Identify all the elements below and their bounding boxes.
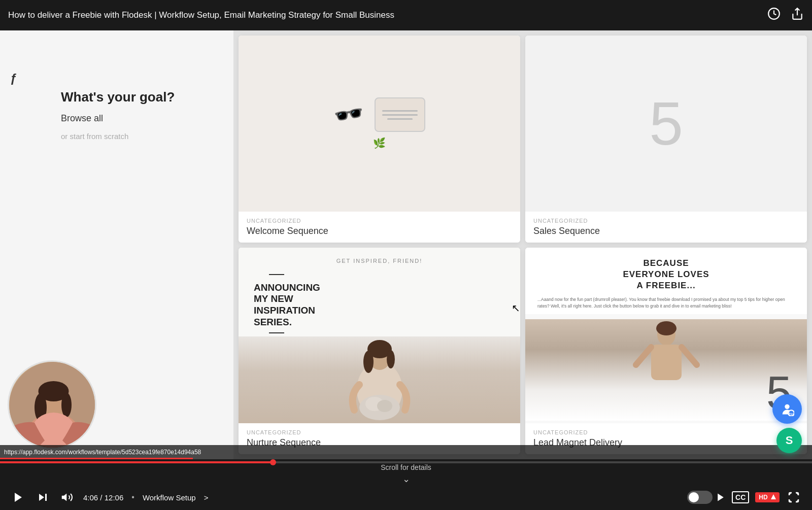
lead-bottom-image: 5 xyxy=(525,319,807,421)
play-icon-small xyxy=(716,492,726,502)
autoplay-toggle[interactable] xyxy=(687,491,726,504)
top-bar: How to deliver a Freebie with Flodesk | … xyxy=(0,0,812,30)
cc-button[interactable]: CC xyxy=(732,491,749,503)
dash-line-top xyxy=(269,274,284,275)
controls-bar: Scroll for details ⌄ 4:06 / 12:06 xyxy=(0,459,812,510)
svg-point-9 xyxy=(377,400,392,412)
settings-icon xyxy=(771,494,776,499)
card-sales-category: UNCATEGORIZED xyxy=(533,218,799,224)
card-lead-image: BECAUSE EVERYONE LOVES A FREEBIE... ...A… xyxy=(525,248,807,424)
presenter-avatar xyxy=(8,360,96,449)
svg-point-5 xyxy=(363,351,374,373)
start-scratch-text: or start from scratch xyxy=(61,132,218,141)
page-title: How to deliver a Freebie with Flodesk | … xyxy=(8,10,767,20)
svg-point-11 xyxy=(656,321,676,335)
card-welcome-name: Welcome Sequence xyxy=(247,226,512,236)
card-lead-magnet[interactable]: BECAUSE EVERYONE LOVES A FREEBIE... ...A… xyxy=(525,248,807,455)
svg-point-22 xyxy=(785,404,789,409)
because-headline: BECAUSE EVERYONE LOVES A FREEBIE... xyxy=(623,258,709,291)
card-sales-image: 5 xyxy=(525,36,807,212)
chevron-down-icon: ⌄ xyxy=(402,473,410,485)
play-button[interactable] xyxy=(10,489,26,505)
card-sales-footer: UNCATEGORIZED Sales Sequence xyxy=(525,212,807,243)
svg-marker-26 xyxy=(39,494,44,501)
cards-grid: 🕶️ 🌿 UNCATEGORIZED Welcome Sequence xyxy=(233,30,812,459)
floating-action-button[interactable]: tw xyxy=(772,394,802,424)
flodesk-logo-icon: ƒ xyxy=(10,71,17,85)
body-text: ...Aaand now for the fun part (drumroll … xyxy=(535,296,797,310)
svg-marker-25 xyxy=(15,493,22,502)
get-inspired-text: GET INSPIRED, FRIEND! xyxy=(336,258,423,264)
svg-marker-28 xyxy=(62,494,66,501)
card-nurture-sequence[interactable]: GET INSPIRED, FRIEND! ANNOUNCING MY NEW … xyxy=(239,248,520,455)
card-nurture-image: GET INSPIRED, FRIEND! ANNOUNCING MY NEW … xyxy=(239,248,520,424)
card-welcome-footer: UNCATEGORIZED Welcome Sequence xyxy=(239,212,520,243)
toggle-track[interactable] xyxy=(687,491,713,504)
volume-button[interactable] xyxy=(59,489,75,505)
card-sales-sequence[interactable]: 5 UNCATEGORIZED Sales Sequence xyxy=(525,36,807,243)
card-nurture-category: UNCATEGORIZED xyxy=(247,429,512,435)
right-controls: CC HD xyxy=(687,489,802,505)
controls-row: 4:06 / 12:06 • Workflow Setup > CC xyxy=(0,485,812,510)
chapter-arrow-icon: > xyxy=(204,493,209,502)
share-icon[interactable] xyxy=(791,7,804,23)
svg-point-20 xyxy=(61,393,72,417)
hd-badge[interactable]: HD xyxy=(755,492,780,502)
svg-marker-29 xyxy=(718,494,724,501)
svg-point-6 xyxy=(387,350,395,368)
big-five-sales: 5 xyxy=(649,93,683,154)
floating-s-button[interactable]: S xyxy=(776,428,802,453)
card-sales-name: Sales Sequence xyxy=(533,226,799,236)
skip-button[interactable] xyxy=(35,489,51,505)
clock-icon[interactable] xyxy=(767,7,781,23)
svg-marker-30 xyxy=(771,494,776,499)
time-display: 4:06 / 12:06 xyxy=(83,493,123,502)
card-lead-category: UNCATEGORIZED xyxy=(533,429,799,435)
svg-text:tw: tw xyxy=(789,412,794,416)
card-welcome-image: 🕶️ 🌿 xyxy=(239,36,520,212)
url-bar: https://app.flodesk.com/workflows/templa… xyxy=(0,445,812,459)
scroll-text: Scroll for details xyxy=(381,463,431,471)
scroll-for-details: Scroll for details ⌄ xyxy=(0,463,812,485)
announcing-text: ANNOUNCING MY NEW INSPIRATION SERIES. xyxy=(254,282,320,328)
browse-all-link[interactable]: Browse all xyxy=(61,113,218,124)
video-area: ƒ What's your goal? Browse all or start … xyxy=(0,30,812,459)
tablet-icon xyxy=(375,97,425,132)
card-welcome-category: UNCATEGORIZED xyxy=(247,218,512,224)
url-text: https://app.flodesk.com/workflows/templa… xyxy=(4,449,201,456)
svg-line-14 xyxy=(682,347,697,365)
goal-title: What's your goal? xyxy=(61,89,218,105)
chapter-title: Workflow Setup xyxy=(143,493,196,502)
fullscreen-button[interactable] xyxy=(786,489,802,505)
toggle-knob xyxy=(689,492,699,502)
svg-rect-27 xyxy=(45,494,47,501)
dash-line-bottom xyxy=(269,332,284,333)
woman-laundry-image xyxy=(239,336,520,423)
svg-line-13 xyxy=(636,347,651,365)
plant-icon: 🌿 xyxy=(373,137,386,149)
card-welcome-sequence[interactable]: 🕶️ 🌿 UNCATEGORIZED Welcome Sequence xyxy=(239,36,520,243)
svg-rect-12 xyxy=(651,345,682,380)
glasses-icon: 🕶️ xyxy=(331,98,366,131)
